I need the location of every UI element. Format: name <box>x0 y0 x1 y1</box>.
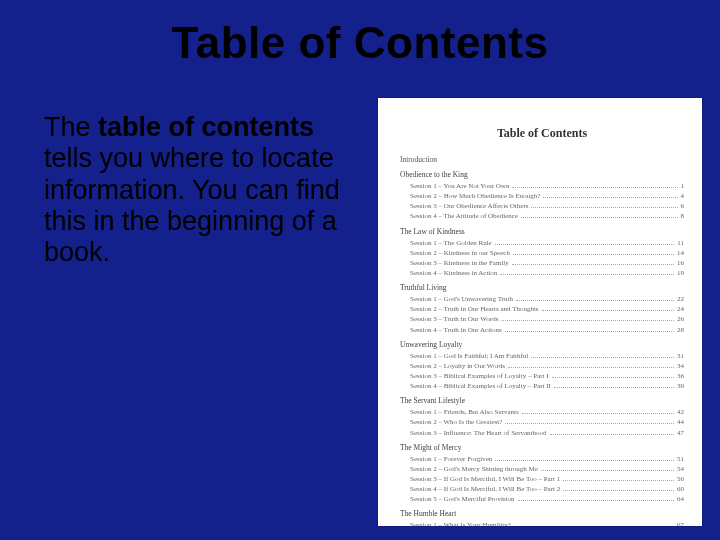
toc-row-label: Session 2 – God's Mercy Shining through … <box>410 464 538 474</box>
toc-leader <box>563 480 674 481</box>
toc-leader <box>541 470 674 471</box>
toc-row-page: 6 <box>681 201 685 211</box>
toc-row-page: 22 <box>677 294 684 304</box>
toc-row: Session 1 – God's Unwavering Truth22 <box>400 294 684 304</box>
toc-row: Session 2 – Who Is the Greatest?44 <box>400 417 684 427</box>
toc-row-page: 11 <box>677 238 684 248</box>
toc-row: Session 2 – Loyalty in Our Words34 <box>400 361 684 371</box>
toc-row-label: Session 3 – Truth in Our Words <box>410 314 498 324</box>
toc-page-image: Table of Contents Introduction Obedience… <box>378 98 702 526</box>
toc-row-page: 28 <box>677 325 684 335</box>
toc-leader <box>516 300 674 301</box>
toc-row-label: Session 1 – What Is Your Humility? <box>410 520 511 526</box>
toc-leader <box>554 387 674 388</box>
body-bold: table of contents <box>98 112 314 142</box>
toc-row-label: Session 3 – Our Obedience Affects Others <box>410 201 528 211</box>
toc-section-title: Unwavering Loyalty <box>400 340 684 349</box>
toc-row-label: Session 3 – Influence: The Heart of Serv… <box>410 428 547 438</box>
toc-row-label: Session 2 – Who Is the Greatest? <box>410 417 502 427</box>
toc-row: Session 1 – The Golden Rule11 <box>400 238 684 248</box>
toc-row-page: 64 <box>677 494 684 504</box>
toc-row: Session 4 – If God Is Merciful, I Will B… <box>400 484 684 494</box>
toc-row: Session 1 – God Is Faithful; I Am Faithf… <box>400 351 684 361</box>
toc-row-page: 31 <box>677 351 684 361</box>
toc-intro: Introduction <box>400 155 684 164</box>
toc-section-title: The Might of Mercy <box>400 443 684 452</box>
toc-row-page: 54 <box>677 464 684 474</box>
toc-row: Session 1 – You Are Not Your Own1 <box>400 181 684 191</box>
toc-row: Session 4 – Biblical Examples of Loyalty… <box>400 381 684 391</box>
toc-leader <box>522 413 674 414</box>
toc-row-page: 24 <box>677 304 684 314</box>
toc-row-page: 67 <box>677 520 684 526</box>
toc-section-title: Obedience to the King <box>400 170 684 179</box>
toc-leader <box>513 254 674 255</box>
toc-leader <box>543 197 677 198</box>
toc-section-title: The Humble Heart <box>400 509 684 518</box>
toc-row-page: 44 <box>677 417 684 427</box>
toc-row: Session 1 – What Is Your Humility?67 <box>400 520 684 526</box>
toc-row-label: Session 4 – Kindness in Action <box>410 268 497 278</box>
toc-row-page: 26 <box>677 314 684 324</box>
toc-leader <box>508 367 674 368</box>
toc-leader <box>518 500 674 501</box>
toc-row-label: Session 4 – Biblical Examples of Loyalty… <box>410 381 551 391</box>
toc-row-page: 42 <box>677 407 684 417</box>
toc-row: Session 2 – Truth in Our Hearts and Thou… <box>400 304 684 314</box>
toc-row: Session 3 – Biblical Examples of Loyalty… <box>400 371 684 381</box>
toc-row-label: Session 4 – The Attitude of Obedience <box>410 211 518 221</box>
toc-row: Session 2 – How Much Obedience Is Enough… <box>400 191 684 201</box>
toc-leader <box>512 264 674 265</box>
toc-row: Session 2 – God's Mercy Shining through … <box>400 464 684 474</box>
toc-row: Session 3 – If God Is Merciful, I Will B… <box>400 474 684 484</box>
toc-row-page: 47 <box>677 428 684 438</box>
toc-row-label: Session 1 – God Is Faithful; I Am Faithf… <box>410 351 528 361</box>
toc-row: Session 2 – Kindness in our Speech14 <box>400 248 684 258</box>
toc-row: Session 5 – God's Merciful Provision64 <box>400 494 684 504</box>
toc-row: Session 4 – Truth in Our Actions28 <box>400 325 684 335</box>
body-rest: tells you where to locate information. Y… <box>44 143 340 267</box>
toc-row: Session 3 – Truth in Our Words26 <box>400 314 684 324</box>
toc-row-label: Session 1 – God's Unwavering Truth <box>410 294 513 304</box>
toc-row: Session 3 – Our Obedience Affects Others… <box>400 201 684 211</box>
toc-row: Session 4 – The Attitude of Obedience8 <box>400 211 684 221</box>
toc-section-title: The Law of Kindness <box>400 227 684 236</box>
toc-row-page: 19 <box>677 268 684 278</box>
toc-row-page: 51 <box>677 454 684 464</box>
toc-row-page: 1 <box>681 181 685 191</box>
toc-row: Session 1 – Forever Forgiven51 <box>400 454 684 464</box>
toc-leader <box>531 207 677 208</box>
toc-leader <box>531 357 674 358</box>
toc-row: Session 3 – Kindness in the Family16 <box>400 258 684 268</box>
toc-row-label: Session 2 – Loyalty in Our Words <box>410 361 505 371</box>
toc-row-label: Session 1 – The Golden Rule <box>410 238 492 248</box>
toc-leader <box>521 217 678 218</box>
toc-section-title: The Servant Lifestyle <box>400 396 684 405</box>
toc-leader <box>495 244 675 245</box>
toc-row-page: 56 <box>677 474 684 484</box>
toc-leader <box>550 434 674 435</box>
toc-row-page: 16 <box>677 258 684 268</box>
toc-row-page: 8 <box>681 211 685 221</box>
toc-row: Session 3 – Influence: The Heart of Serv… <box>400 428 684 438</box>
toc-leader <box>542 310 674 311</box>
toc-row-label: Session 2 – How Much Obedience Is Enough… <box>410 191 540 201</box>
toc-row-page: 4 <box>681 191 685 201</box>
toc-row-label: Session 4 – Truth in Our Actions <box>410 325 502 335</box>
toc-row-label: Session 1 – Forever Forgiven <box>410 454 492 464</box>
body-lead: The <box>44 112 98 142</box>
toc-row-label: Session 3 – If God Is Merciful, I Will B… <box>410 474 560 484</box>
toc-leader <box>495 460 674 461</box>
toc-row-page: 60 <box>677 484 684 494</box>
slide-title: Table of Contents <box>0 18 720 68</box>
toc-row-page: 39 <box>677 381 684 391</box>
toc-row-label: Session 4 – If God Is Merciful, I Will B… <box>410 484 560 494</box>
slide-body: The table of contents tells you where to… <box>44 112 364 269</box>
toc-row-label: Session 2 – Truth in Our Hearts and Thou… <box>410 304 539 314</box>
toc-leader <box>500 274 674 275</box>
toc-row-page: 34 <box>677 361 684 371</box>
toc-row-label: Session 1 – You Are Not Your Own <box>410 181 509 191</box>
toc-row: Session 1 – Friends, But Also Servants42 <box>400 407 684 417</box>
toc-row: Session 4 – Kindness in Action19 <box>400 268 684 278</box>
toc-row-label: Session 1 – Friends, But Also Servants <box>410 407 519 417</box>
